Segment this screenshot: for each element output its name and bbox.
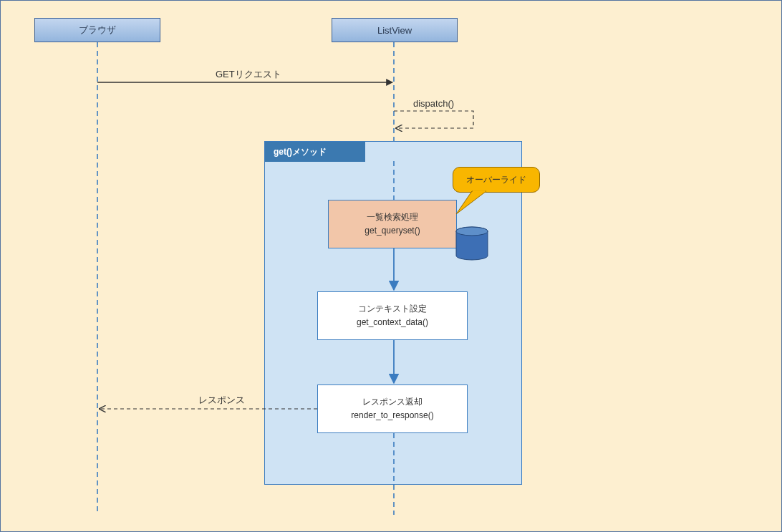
step-render-to-response-title: レスポンス返却 xyxy=(362,395,423,409)
participant-browser: ブラウザ xyxy=(34,18,160,42)
participant-listview-label: ListView xyxy=(377,25,412,36)
participant-listview: ListView xyxy=(332,18,458,42)
arrow-dispatch xyxy=(394,111,473,128)
msg-dispatch-label: dispatch() xyxy=(413,98,454,109)
step-get-context-data-title: コンテキスト設定 xyxy=(358,302,427,316)
step-get-context-data: コンテキスト設定 get_context_data() xyxy=(317,291,468,340)
msg-response-label: レスポンス xyxy=(198,394,245,407)
step-get-context-data-method: get_context_data() xyxy=(357,316,428,329)
diagram-canvas: ブラウザ ListView get()メソッド 一覧検索処理 get_query… xyxy=(0,0,782,532)
step-render-to-response-method: render_to_response() xyxy=(351,409,433,422)
override-callout-label: オーバーライド xyxy=(466,174,526,186)
step-get-queryset: 一覧検索処理 get_queryset() xyxy=(328,200,457,248)
step-get-queryset-title: 一覧検索処理 xyxy=(367,211,418,224)
participant-browser-label: ブラウザ xyxy=(79,24,116,37)
step-get-queryset-method: get_queryset() xyxy=(365,224,420,238)
override-callout: オーバーライド xyxy=(453,167,540,193)
msg-get-request-label: GETリクエスト xyxy=(216,68,281,81)
step-render-to-response: レスポンス返却 render_to_response() xyxy=(317,385,468,433)
get-method-frame-title: get()メソッド xyxy=(265,142,365,162)
